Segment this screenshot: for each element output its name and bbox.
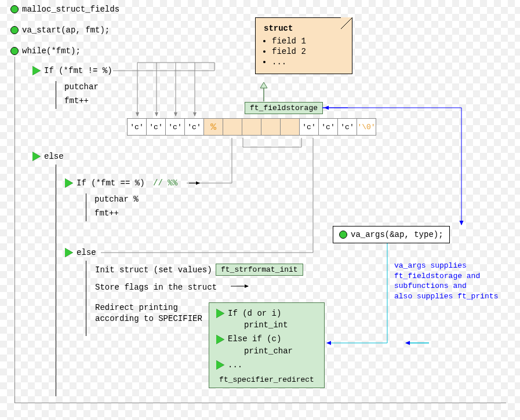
dot-icon [10,5,19,13]
line: ft_fieldstorage and [394,271,498,282]
folded-corner-icon [341,17,352,29]
va-args-box: va_args(&ap, type); [333,226,450,243]
cell [261,118,281,136]
dot-icon [10,26,19,34]
init-struct: Init struct (set values) [95,265,212,275]
action: print_char [244,346,317,356]
struct-title: struct [264,24,344,33]
line: also supplies ft_prints [394,291,498,302]
tag-fieldstorage: ft_fieldstorage [245,102,323,114]
triangle-icon [216,360,224,370]
text: va_args(&ap, type); [351,230,443,239]
stmt-va-start: va_start(ap, fmt); [10,25,110,35]
cell: 'c' [299,118,319,136]
if-eq-body: putchar % fmt++ [86,193,139,221]
cell: 'c' [184,118,204,136]
text: else [77,248,96,257]
stmt-malloc: malloc_struct_fields [10,5,119,14]
tag-text: ft_fieldstorage [245,102,323,114]
store-flags: Store flags in the struct [95,283,217,292]
cell: 'c' [318,118,338,136]
else-outer: else [32,152,64,161]
line: subfunctions and [394,281,498,291]
text: If (*fmt != %) [44,66,112,75]
if-neq-body: putchar fmt++ [56,81,99,109]
struct-note: struct field 1 field 2 ... [255,17,352,74]
if-eq: If (*fmt == %) // %% [65,178,177,188]
fmtpp-text: fmt++ [64,96,99,105]
while-body-bar [14,57,15,403]
list-item: field 1 [272,36,344,46]
else-body-bar [56,165,56,396]
text: else [44,152,64,161]
line-a: Redirect printing [95,302,202,313]
text: va_start(ap, fmt); [22,25,110,35]
cell: 'c' [146,118,166,136]
row: Else if (c) [216,334,317,344]
triangle-icon [65,248,73,257]
action: print_int [244,320,317,330]
list-item: field 2 [272,47,344,56]
cell [280,118,300,136]
triangle-icon [216,309,224,318]
text: while(*fmt); [22,46,81,56]
va-args-note: va_args supplies ft_fieldstorage and sub… [394,261,498,301]
tag-text: ft_strformat_init [216,264,303,276]
caption: ft_specifier_redirect [216,375,317,384]
list-item: ... [272,57,344,67]
line: va_args supplies [394,261,498,271]
format-string-tape: 'c' 'c' 'c' 'c' % 'c' 'c' 'c' '\0' [128,118,376,136]
cond: If (d or i) [228,309,281,318]
specifier-redirect-box: If (d or i) print_int Else if (c) print_… [209,302,325,388]
cell: 'c' [127,118,147,136]
redirect-text: Redirect printing according to SPECIFIER [95,302,202,324]
cell [223,118,242,136]
triangle-icon [65,178,73,188]
putcharpct-text: putchar % [94,195,139,204]
cell-percent: % [203,118,223,136]
text: malloc_struct_fields [22,5,119,14]
fmtpp2-text: fmt++ [94,209,139,218]
dot-icon [339,231,347,239]
stmt-while: while(*fmt); [10,46,81,56]
cell: 'c' [165,118,185,136]
dot-icon [10,47,19,55]
ellipsis: ... [228,360,242,370]
cell-null: '\0' [357,118,376,136]
triangle-icon [216,335,224,344]
while-body-bottom [14,403,506,403]
cell: 'c' [337,118,357,136]
if-neq: If (*fmt != %) [32,66,112,75]
else-inner-bar [86,261,86,336]
triangle-icon [32,66,41,75]
tag-strformat: ft_strformat_init [216,264,303,276]
line-b: according to SPECIFIER [95,313,202,324]
row: If (d or i) [216,309,317,318]
text: If (*fmt == %) [77,178,145,188]
else-inner: else [65,248,96,257]
cell [242,118,261,136]
putchar-text: putchar [64,82,99,92]
cond: Else if (c) [228,334,281,344]
triangle-icon [32,152,41,161]
row: ... [216,360,317,370]
comment: // %% [153,178,177,188]
struct-fields: field 1 field 2 ... [272,36,344,67]
